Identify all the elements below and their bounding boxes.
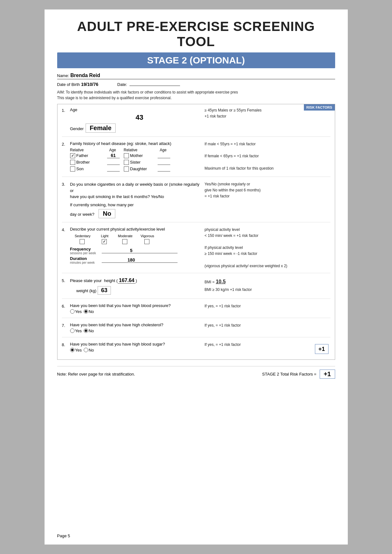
q7-no-label: No	[89, 328, 94, 333]
question-1: 1. Age 43 Gender Female ≥ 45yrs Males or…	[62, 107, 330, 137]
q7-yes-label: Yes	[75, 328, 82, 333]
question-6: 6. Have you been told that you have high…	[62, 303, 330, 318]
total-label: STAGE 2 Total Risk Factors =	[262, 372, 317, 376]
q2-sister-age[interactable]	[158, 160, 170, 165]
q4-dur-moderate[interactable]	[140, 257, 159, 263]
question-5: 5. Please state your height ( 167.64 ) w…	[62, 278, 330, 299]
q2-mother-age[interactable]	[158, 153, 170, 158]
q2-brother-checkbox[interactable]	[70, 160, 75, 165]
q2-label: Family history of heart disease (eg: str…	[70, 141, 200, 146]
q8-no-radio[interactable]	[84, 348, 88, 352]
q2-daughter-checkbox[interactable]	[124, 166, 129, 172]
q5-height-value: 167.64	[118, 278, 136, 284]
question-3: 3. Do you smoke cigarettes on a daily or…	[62, 181, 330, 222]
q8-yes-group: Yes	[70, 348, 82, 352]
q4-sedentary-label: Sedentary	[70, 234, 95, 238]
q2-col-age2: Age	[160, 148, 166, 152]
q4-dur-light[interactable]	[123, 257, 140, 263]
q8-num: 8.	[62, 342, 70, 352]
q5-weight-value: 63	[98, 286, 111, 295]
q2-son-row: Son Daughter	[70, 166, 200, 172]
q1-num: 1.	[62, 108, 70, 133]
q8-yes-radio[interactable]	[70, 348, 75, 352]
q5-risk-info: BMI =10.5 BMI ≥ 30 kg/m +1 risk factor	[205, 278, 330, 293]
q6-right: If yes, = +1 risk factor	[203, 303, 330, 314]
q4-dur-label: Duration	[70, 256, 102, 261]
q7-risk-info: If yes, = +1 risk factor	[205, 322, 330, 328]
q4-vigorous-col: Vigorous	[136, 234, 159, 244]
q2-col-relative1: Relative	[70, 148, 84, 152]
q6-no-label: No	[89, 309, 94, 314]
q6-num: 6.	[62, 304, 70, 314]
q8-left: Have you been told that you have high bl…	[70, 342, 203, 352]
q1-age-label: Age	[70, 107, 200, 112]
q7-right: If yes, = +1 risk factor	[203, 322, 330, 333]
q4-vigorous-check[interactable]	[144, 239, 149, 244]
q6-label: Have you been told that you have high bl…	[70, 303, 200, 308]
q2-father-age[interactable]	[107, 153, 120, 158]
q2-son-age[interactable]	[107, 166, 120, 172]
q2-brother-row: Brother Sister	[70, 160, 200, 165]
q2-mother-checkbox[interactable]	[124, 153, 129, 158]
q2-sister-label: Sister	[130, 160, 141, 165]
q5-height-label: Please state your height (	[70, 278, 118, 283]
dob-label: Date of Birth	[57, 82, 80, 87]
name-label: Name:	[57, 73, 69, 78]
q8-label: Have you been told that you have high bl…	[70, 342, 200, 346]
q6-risk-info: If yes, = +1 risk factor	[205, 303, 330, 309]
q2-son-checkbox[interactable]	[70, 166, 75, 172]
q4-dur-sedentary[interactable]	[102, 257, 123, 263]
q4-freq-sedentary[interactable]	[102, 248, 123, 253]
q1-gender-row: Gender Female	[70, 123, 200, 133]
q6-yes-group: Yes	[70, 309, 82, 314]
footer-note: Note: Refer over page for risk stratific…	[57, 372, 135, 376]
dob-value: 19/10/76	[81, 82, 99, 87]
date-field[interactable]	[130, 86, 180, 86]
q6-no-radio[interactable]	[84, 309, 88, 314]
q2-num: 2.	[62, 142, 70, 173]
q3-label: Do you smoke cigarettes on a daily or we…	[70, 181, 200, 200]
q4-frequency-row: Frequency sessions per week	[70, 247, 200, 255]
q8-risk-info: If yes, = +1 risk factor	[205, 342, 330, 348]
q7-no-radio[interactable]	[84, 328, 88, 333]
q1-age-value: 43	[80, 113, 200, 122]
q7-left: Have you been told that you have high ch…	[70, 322, 203, 333]
q4-moderate-check[interactable]	[122, 239, 127, 244]
q4-duration-row: Duration minutes per week	[70, 256, 200, 264]
question-2: 2. Family history of heart disease (eg: …	[62, 141, 330, 177]
q4-light-label: Light	[95, 234, 114, 238]
dob-row: Date of Birth 19/10/76 Date:	[57, 82, 335, 87]
q6-no-group: No	[84, 309, 94, 314]
q2-mother-label: Mother	[130, 153, 143, 158]
q4-left: Describe your current physical activity/…	[70, 227, 203, 269]
q4-light-check[interactable]	[102, 239, 107, 244]
q2-father-label: Father	[76, 153, 88, 158]
q2-sister-checkbox[interactable]	[124, 160, 129, 165]
name-row: Name: Brenda Reid	[57, 73, 335, 79]
q5-height-unit: )	[136, 278, 137, 283]
page: ADULT PRE-EXERCISE SCREENING TOOL STAGE …	[45, 9, 348, 545]
q2-right: If male < 55yrs = +1 risk factor If fema…	[203, 141, 330, 173]
q4-dur-vigorous[interactable]	[159, 257, 178, 263]
q4-freq-moderate[interactable]	[140, 248, 159, 253]
q8-yes-label: Yes	[75, 348, 82, 352]
q6-left: Have you been told that you have high bl…	[70, 303, 203, 314]
q3-num: 3.	[62, 182, 70, 218]
q2-father-checkbox[interactable]	[70, 153, 75, 158]
footer-row: Note: Refer over page for risk stratific…	[57, 366, 335, 379]
q4-freq-vigorous[interactable]	[159, 248, 178, 253]
q4-moderate-label: Moderate	[114, 234, 136, 238]
q4-sedentary-check[interactable]	[80, 239, 85, 244]
q7-yes-radio[interactable]	[70, 328, 75, 333]
q1-gender-label: Gender	[70, 126, 84, 131]
q7-no-group: No	[84, 328, 94, 333]
q5-num: 5.	[62, 278, 70, 295]
q4-freq-light[interactable]	[123, 248, 140, 253]
q4-freq-label: Frequency	[70, 247, 102, 251]
q3-risk-info: Yes/No (smoke regularly or give No withi…	[205, 181, 330, 200]
q4-label: Describe your current physical activity/…	[70, 227, 200, 232]
q2-brother-age[interactable]	[107, 160, 120, 165]
total-box: STAGE 2 Total Risk Factors = +1	[262, 370, 335, 379]
q6-yes-radio[interactable]	[70, 309, 75, 314]
q2-daughter-age[interactable]	[158, 166, 170, 172]
